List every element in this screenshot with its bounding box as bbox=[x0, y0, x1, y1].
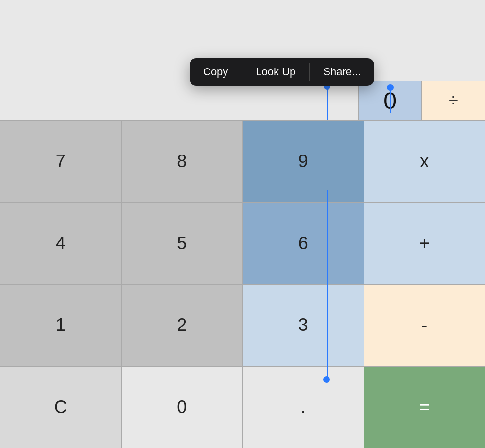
key-2[interactable]: 2 bbox=[121, 284, 243, 366]
context-menu-copy[interactable]: Copy bbox=[190, 58, 242, 86]
key-1[interactable]: 1 bbox=[0, 284, 121, 366]
key-plus[interactable]: + bbox=[364, 203, 485, 285]
key-minus[interactable]: - bbox=[364, 284, 485, 366]
display-main-value bbox=[0, 81, 359, 120]
selection-line bbox=[327, 190, 328, 380]
key-6[interactable]: 6 bbox=[242, 203, 364, 285]
key-3[interactable]: 3 bbox=[242, 284, 364, 366]
key-7[interactable]: 7 bbox=[0, 121, 121, 203]
key-5[interactable]: 5 bbox=[121, 203, 243, 285]
connector-line bbox=[327, 86, 328, 120]
key-multiply[interactable]: x bbox=[364, 121, 485, 203]
context-menu: Copy Look Up Share... bbox=[190, 58, 374, 86]
context-menu-share[interactable]: Share... bbox=[310, 58, 374, 86]
key-equals[interactable]: = bbox=[364, 366, 485, 448]
calculator: 0 ÷ Copy Look Up Share... 7 bbox=[0, 0, 485, 448]
key-9[interactable]: 9 bbox=[242, 121, 364, 203]
key-8[interactable]: 8 bbox=[121, 121, 243, 203]
key-dot[interactable]: . bbox=[242, 366, 364, 448]
key-4[interactable]: 4 bbox=[0, 203, 121, 285]
keypad: 7 8 9 x 4 5 6 + 1 2 3 bbox=[0, 121, 485, 448]
display-highlighted-value: 0 bbox=[359, 81, 422, 120]
key-0[interactable]: 0 bbox=[121, 366, 243, 448]
display-row: 0 ÷ bbox=[0, 81, 485, 120]
key-clear[interactable]: C bbox=[0, 366, 121, 448]
cursor-line-top bbox=[390, 86, 391, 113]
selection-dot-bottom bbox=[323, 376, 330, 383]
context-menu-lookup[interactable]: Look Up bbox=[242, 58, 309, 86]
display-operator: ÷ bbox=[422, 81, 485, 120]
